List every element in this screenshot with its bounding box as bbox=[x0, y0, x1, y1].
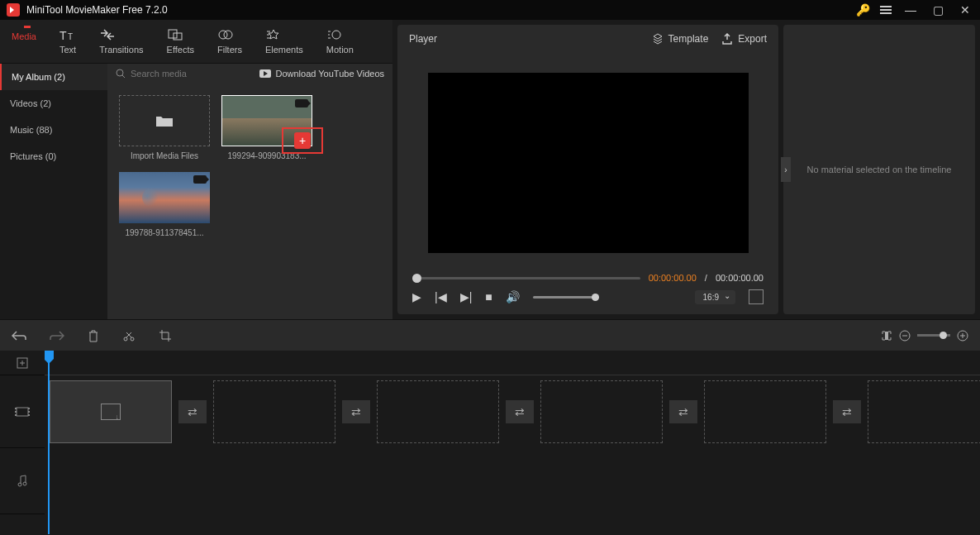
import-label: Import Media Files bbox=[119, 151, 210, 160]
auto-fit-icon[interactable] bbox=[881, 330, 892, 342]
audio-track[interactable] bbox=[45, 448, 980, 514]
add-track-button[interactable] bbox=[0, 351, 45, 375]
maximize-button[interactable]: ▢ bbox=[930, 3, 947, 17]
properties-empty-text: No material selected on the timeline bbox=[807, 165, 952, 174]
template-icon bbox=[652, 33, 664, 45]
zoom-in-button[interactable] bbox=[957, 330, 968, 342]
playhead[interactable] bbox=[48, 351, 50, 534]
properties-panel: › No material selected on the timeline bbox=[783, 25, 975, 314]
media-item-1[interactable]: + 199294-909903183... bbox=[221, 95, 312, 160]
timeline-ruler[interactable] bbox=[45, 351, 980, 375]
prev-frame-button[interactable]: |◀ bbox=[435, 290, 447, 303]
tab-motion[interactable]: Motion bbox=[315, 20, 365, 63]
tab-motion-label: Motion bbox=[326, 45, 354, 55]
stop-button[interactable]: ■ bbox=[485, 290, 492, 303]
player-panel: Player Template Export 00:00:00.00 / 00:… bbox=[397, 25, 778, 314]
clip-slot[interactable] bbox=[213, 380, 335, 443]
download-youtube-button[interactable]: Download YouTube Videos bbox=[259, 69, 385, 79]
template-label: Template bbox=[668, 33, 709, 45]
clip-slot[interactable] bbox=[377, 380, 499, 443]
transitions-icon bbox=[99, 28, 116, 41]
tab-filters-label: Filters bbox=[217, 45, 242, 55]
redo-button[interactable] bbox=[50, 330, 64, 342]
import-media-button[interactable]: Import Media Files bbox=[119, 95, 210, 160]
add-to-timeline-overlay[interactable]: + bbox=[282, 127, 323, 154]
fullscreen-button[interactable] bbox=[749, 289, 764, 304]
media-item-2-label: 199788-911378451... bbox=[119, 228, 210, 237]
play-button[interactable]: ▶ bbox=[412, 290, 421, 303]
motion-icon bbox=[326, 28, 343, 41]
svg-rect-2 bbox=[169, 30, 177, 38]
undo-button[interactable] bbox=[12, 330, 26, 342]
player-title: Player bbox=[409, 33, 437, 45]
media-panel: Media TT Text Transitions Effects Filter… bbox=[0, 20, 392, 319]
tab-transitions-label: Transitions bbox=[99, 45, 143, 55]
timeline-tracks[interactable]: ⇄ ⇄ ⇄ ⇄ ⇄ ⇄ bbox=[45, 351, 980, 534]
sidebar-item-videos[interactable]: Videos (2) bbox=[0, 90, 107, 117]
clip-dropzone[interactable] bbox=[50, 380, 172, 443]
next-frame-button[interactable]: ▶| bbox=[460, 290, 473, 303]
svg-point-31 bbox=[18, 483, 21, 486]
svg-rect-24 bbox=[17, 408, 28, 416]
time-separator: / bbox=[705, 273, 707, 283]
split-button[interactable] bbox=[122, 329, 136, 342]
time-current: 00:00:00.00 bbox=[649, 273, 697, 283]
zoom-slider[interactable] bbox=[917, 334, 950, 337]
search-icon bbox=[116, 69, 126, 79]
svg-point-32 bbox=[23, 482, 26, 485]
tab-filters[interactable]: Filters bbox=[206, 20, 254, 63]
effects-icon bbox=[167, 28, 183, 41]
tab-effects-label: Effects bbox=[167, 45, 194, 55]
key-icon[interactable]: 🔑 bbox=[856, 3, 870, 17]
media-item-2[interactable]: 199788-911378451... bbox=[119, 172, 210, 237]
svg-point-13 bbox=[124, 337, 127, 341]
sidebar-item-music[interactable]: Music (88) bbox=[0, 117, 107, 143]
clip-slot[interactable] bbox=[704, 380, 826, 443]
transition-slot[interactable]: ⇄ bbox=[342, 400, 370, 423]
sidebar-item-myalbum[interactable]: My Album (2) bbox=[0, 64, 107, 90]
tab-media[interactable]: Media bbox=[0, 20, 48, 63]
transition-slot[interactable]: ⇄ bbox=[506, 400, 534, 423]
svg-rect-15 bbox=[885, 332, 888, 340]
crop-button[interactable] bbox=[159, 329, 172, 342]
svg-line-11 bbox=[122, 75, 125, 78]
transition-slot[interactable]: ⇄ bbox=[178, 400, 207, 423]
transition-slot[interactable]: ⇄ bbox=[833, 400, 861, 423]
clip-slot[interactable] bbox=[540, 380, 663, 443]
elements-icon bbox=[265, 28, 282, 41]
collapse-button[interactable]: › bbox=[781, 157, 791, 182]
search-media[interactable] bbox=[116, 69, 213, 79]
aspect-ratio-select[interactable]: 16:9 bbox=[695, 290, 735, 304]
export-button[interactable]: Export bbox=[721, 33, 767, 45]
progress-slider[interactable] bbox=[412, 277, 640, 279]
svg-rect-3 bbox=[174, 33, 182, 40]
delete-button[interactable] bbox=[88, 329, 99, 342]
clip-slot[interactable] bbox=[868, 380, 980, 443]
video-track[interactable]: ⇄ ⇄ ⇄ ⇄ ⇄ ⇄ bbox=[45, 375, 980, 448]
youtube-icon bbox=[259, 69, 271, 78]
timeline-toolbar bbox=[0, 319, 980, 351]
search-input[interactable] bbox=[131, 69, 213, 79]
tab-text[interactable]: TT Text bbox=[48, 20, 88, 63]
tab-elements[interactable]: Elements bbox=[254, 20, 315, 63]
menu-icon[interactable] bbox=[880, 6, 892, 14]
download-label: Download YouTube Videos bbox=[276, 69, 385, 79]
sidebar-item-pictures[interactable]: Pictures (0) bbox=[0, 143, 107, 170]
svg-point-4 bbox=[219, 31, 227, 39]
close-button[interactable]: ✕ bbox=[957, 3, 973, 17]
preview-viewport bbox=[428, 73, 749, 253]
svg-point-14 bbox=[131, 337, 134, 341]
minimize-button[interactable]: — bbox=[902, 3, 920, 17]
template-button[interactable]: Template bbox=[652, 33, 709, 45]
tab-effects[interactable]: Effects bbox=[155, 20, 206, 63]
tab-transitions[interactable]: Transitions bbox=[88, 20, 155, 63]
library-sidebar: My Album (2) Videos (2) Music (88) Pictu… bbox=[0, 64, 107, 319]
transition-slot[interactable]: ⇄ bbox=[669, 400, 697, 423]
titlebar: MiniTool MovieMaker Free 7.2.0 🔑 — ▢ ✕ bbox=[0, 0, 980, 20]
folder-icon bbox=[155, 113, 174, 128]
volume-slider[interactable] bbox=[533, 296, 599, 299]
zoom-out-button[interactable] bbox=[899, 330, 911, 342]
volume-icon[interactable]: 🔊 bbox=[506, 290, 520, 303]
svg-point-10 bbox=[117, 69, 123, 76]
tab-media-label: Media bbox=[12, 31, 36, 41]
